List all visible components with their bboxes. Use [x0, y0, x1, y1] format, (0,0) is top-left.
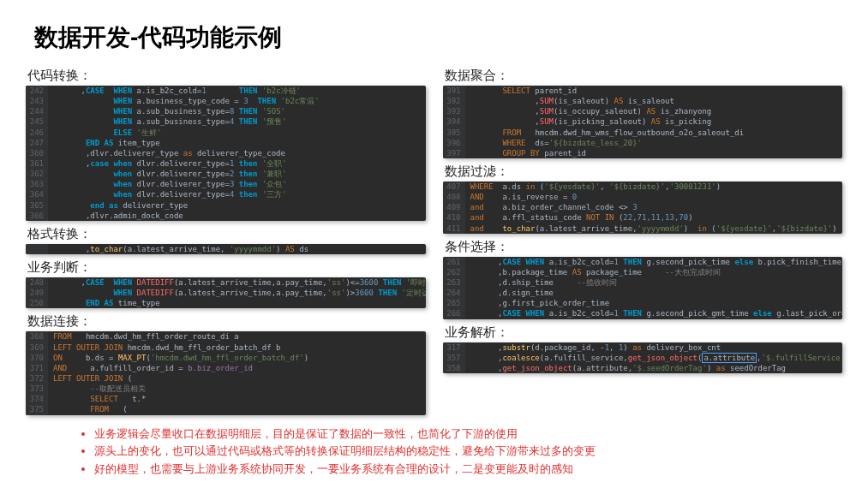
bullet-list: 业务逻辑会尽量收口在数据明细层，目的是保证了数据的一致性，也简化了下游的使用 源…: [0, 419, 868, 479]
label-format-convert: 格式转换：: [27, 226, 426, 242]
label-filter: 数据过滤：: [445, 164, 843, 180]
code-block-aggregate: 391 SELECT parent_id392 ,SUM(is_saleout)…: [443, 86, 843, 158]
columns: 代码转换： 242 ,CASE WHEN a.is_b2c_cold=1 THE…: [0, 62, 868, 419]
page-title: 数据开发-代码功能示例: [0, 0, 868, 62]
label-code-convert: 代码转换：: [27, 68, 426, 84]
code-block-cond: 261 ,CASE WHEN a.is_b2c_cold=1 THEN g.se…: [443, 257, 843, 319]
code-block-filter: 407WHERE a.ds in ('${yesdate}', '${bizda…: [443, 182, 843, 234]
label-biz-judge: 业务判断：: [27, 259, 426, 276]
label-cond-select: 条件选择：: [445, 239, 843, 255]
right-column: 数据聚合： 391 SELECT parent_id392 ,SUM(is_sa…: [443, 62, 843, 419]
label-biz-parse: 业务解析：: [445, 324, 843, 341]
label-data-join: 数据连接：: [27, 313, 426, 330]
bullet-item: 好的模型，也需要与上游业务系统协同开发，一要业务系统有合理的设计，二是变更能及时…: [94, 461, 868, 479]
code-block-join: 368FROM hmcdm.dwd_hm_ffl_order_route_di …: [26, 331, 426, 414]
code-block-parse: 317 ,substr(d.package_id, -1, 1) as deli…: [443, 342, 843, 373]
left-column: 代码转换： 242 ,CASE WHEN a.is_b2c_cold=1 THE…: [26, 62, 426, 419]
code-block-convert: 242 ,CASE WHEN a.is_b2c_cold=1 THEN 'b2c…: [26, 86, 426, 221]
code-block-format: ,to_char(a.latest_arrive_time, 'yyyymmdd…: [26, 244, 426, 254]
code-block-judge: 248 ,CASE WHEN DATEDIFF(a.latest_arrive_…: [26, 277, 426, 308]
label-aggregate: 数据聚合：: [445, 68, 843, 84]
bullet-item: 业务逻辑会尽量收口在数据明细层，目的是保证了数据的一致性，也简化了下游的使用: [94, 426, 868, 443]
bullet-item: 源头上的变化，也可以通过代码或格式等的转换保证明细层结构的稳定性，避免给下游带来…: [94, 443, 868, 461]
